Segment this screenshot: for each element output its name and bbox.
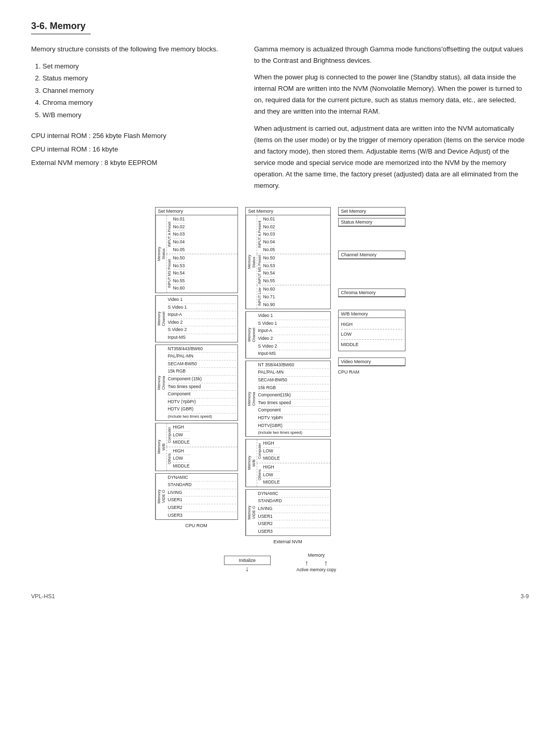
channel-body-1: ChannelMemory Video 1 S Video 1 Input-A … <box>156 296 237 342</box>
chroma-memory-box-2: ChromaMemory NT 358/443/BW60 PAL/PAL-MN … <box>245 361 331 437</box>
entry: No.01 <box>263 216 275 224</box>
set-memory-body-1: StatusMemory INPUT A Preset No.01 No.02 … <box>156 215 237 293</box>
video-entries-1: DYNAMIC STANDARD LIVING USER1 USER2 USER… <box>166 474 237 520</box>
entry: No.03 <box>173 231 185 239</box>
entry: No.02 <box>173 224 185 231</box>
entry: No.53 <box>263 263 275 270</box>
entry: S Video 1 <box>258 320 329 328</box>
chroma-entries-2: NT 358/443/BW60 PAL/PAL-MN SECAM-BW50 15… <box>257 361 330 436</box>
spec-item: CPU internal ROM : 16 kbyte <box>31 143 239 156</box>
list-item: Chroma memory <box>43 97 239 108</box>
memory-items: Set memory Status memory Channel memory … <box>31 60 239 121</box>
entry: Two times speed <box>258 400 329 407</box>
entry: HIGH <box>263 464 280 472</box>
status-memory-simple-label: Status Memory <box>339 218 405 226</box>
set-memory-box-1: Set Memory StatusMemory INPUT A Preset N… <box>155 207 238 293</box>
input-low-section-2: INPUT Low No.60 No.71 No.90 <box>257 285 330 309</box>
channel-entries-1: Video 1 S Video 1 Input-A Video 2 S Vide… <box>166 296 237 342</box>
chroma-label-1: ChromaMemory <box>156 345 166 420</box>
status-memory-label-2: StatusMemory <box>246 215 257 309</box>
entry: No.55 <box>173 278 185 285</box>
page-title: 3-6. Memory <box>31 21 91 34</box>
entry: NT 358/443/BW60 <box>258 362 329 369</box>
entry: S Video 1 <box>168 304 236 312</box>
wb-label-1: W/BMemory <box>156 423 166 471</box>
video-memory-simple-label: Video Memory <box>339 358 405 366</box>
wb-computer-row-1: Computer HIGH LOW MIDDLE <box>166 423 237 447</box>
footer-right: 3-9 <box>521 593 529 599</box>
input-a-entries-1: No.01 No.02 No.03 No.04 No.05 <box>172 215 187 254</box>
entry: MIDDLE <box>173 439 190 446</box>
computer-label-1: Computer <box>166 423 172 447</box>
page-footer: VPL-HS1 3-9 <box>31 593 529 599</box>
video-memory-box-1: VIDE OMemory DYNAMIC STANDARD LIVING USE… <box>155 473 238 520</box>
wb-computer-row-2: Computer HIGH LOW MIDDLE <box>257 439 330 463</box>
up-arrows: ↑ ↑ <box>305 559 328 567</box>
entry: HIGH <box>263 440 280 448</box>
input-ms-entries-2: No.50 No.53 No.54 No.55 <box>262 254 277 285</box>
footer-left: VPL-HS1 <box>31 593 55 599</box>
entry: Component <box>168 391 236 398</box>
channel-memory-simple: Channel Memory <box>338 251 405 259</box>
channel-label-2: ChannelMemory <box>246 312 257 358</box>
entry: S Video 2 <box>258 343 329 351</box>
entry: Input-A <box>168 311 236 319</box>
entry: No.90 <box>263 301 275 309</box>
memory-arrows-section: Memory ↑ ↑ Active memory copy <box>297 553 337 572</box>
wb-others-row-2: Others HIGH LOW MIDDLE <box>257 463 330 487</box>
entry: NT358/443/BW60 <box>168 346 236 353</box>
entry: No.02 <box>263 224 275 231</box>
entry: No.71 <box>263 294 275 301</box>
entry: LOW <box>173 432 190 439</box>
diagrams-section: Set Memory StatusMemory INPUT A Preset N… <box>31 207 529 572</box>
main-content: Memory structure consists of the followi… <box>31 44 529 191</box>
left-column: Memory structure consists of the followi… <box>31 44 239 191</box>
arrow-down-icon: ↓ <box>245 565 249 572</box>
entry: USER1 <box>258 513 329 521</box>
entry: No.60 <box>263 286 275 294</box>
entry: STANDARD <box>258 498 329 505</box>
entry: LOW <box>263 448 280 456</box>
entry: DYNAMIC <box>168 474 236 482</box>
entry: HDTV YpbPr <box>258 415 329 422</box>
entry: Component <box>258 407 329 415</box>
channel-body-2: ChannelMemory Video 1 S Video 1 Input-A … <box>246 312 330 358</box>
entry: No.03 <box>263 231 275 239</box>
video-body-2: VIDE OMemory DYNAMIC STANDARD LIVING USE… <box>246 490 330 536</box>
spec-item: CPU internal ROM : 256 kbyte Flash Memor… <box>31 129 239 143</box>
arrow-up-left-icon: ↑ <box>305 559 309 567</box>
specs-section: CPU internal ROM : 256 kbyte Flash Memor… <box>31 129 239 170</box>
entry: USER2 <box>168 504 236 512</box>
channel-entries-2: Video 1 S Video 1 Input-A Video 2 S Vide… <box>257 312 330 358</box>
diagram-col-3: Set Memory Status Memory Channel Memory … <box>338 207 405 375</box>
input-low-label-2: INPUT Low <box>257 285 262 309</box>
memory-list: Set memory Status memory Channel memory … <box>31 60 239 121</box>
diagram-col-2: Set Memory StatusMemory INPUT A Present … <box>245 207 331 544</box>
set-memory-title-2: Set Memory <box>246 208 330 215</box>
diagram-row-titles: Set Memory StatusMemory INPUT A Preset N… <box>155 207 405 544</box>
entry: USER1 <box>168 497 236 504</box>
input-low-entries-2: No.60 No.71 No.90 <box>262 285 277 309</box>
entry: HDTV (YpbPr) <box>168 398 236 406</box>
entry: PAL/PAL-MN <box>168 353 236 361</box>
flow-diagram: Initialize ↓ Memory ↑ ↑ Active memory co… <box>140 553 420 572</box>
entry: No.01 <box>173 216 185 224</box>
wb-others-row-1: Others HIGH LOW MIDDLE <box>166 447 237 471</box>
paragraph-1: Gamma memory is actualized through Gamma… <box>254 44 529 66</box>
entry: (Include two times speed) <box>168 414 236 420</box>
entry: LOW <box>173 455 190 463</box>
wb-memory-box-2: W/BMemory Computer HIGH LOW MIDDLE Other… <box>245 439 331 487</box>
entry: MIDDLE <box>341 340 402 349</box>
entry: PAL/PAL-MN <box>258 369 329 377</box>
chroma-entries-1: NT358/443/BW60 PAL/PAL-MN SECAM-BW50 15k… <box>166 345 237 420</box>
wb-inner-2: Computer HIGH LOW MIDDLE Others HIGH <box>257 439 330 487</box>
cpu-rom-label: CPU ROM <box>185 523 207 528</box>
entry: Video 1 <box>258 312 329 320</box>
entry: Video 2 <box>258 335 329 343</box>
initialize-box: Initialize <box>224 556 271 565</box>
entry: 15k RGB <box>168 368 236 376</box>
status-memory-inner-1: INPUT A Preset No.01 No.02 No.03 No.04 N… <box>166 215 237 293</box>
entry: Input-A <box>258 327 329 335</box>
right-column: Gamma memory is actualized through Gamma… <box>254 44 529 191</box>
entry: LOW <box>263 472 280 479</box>
